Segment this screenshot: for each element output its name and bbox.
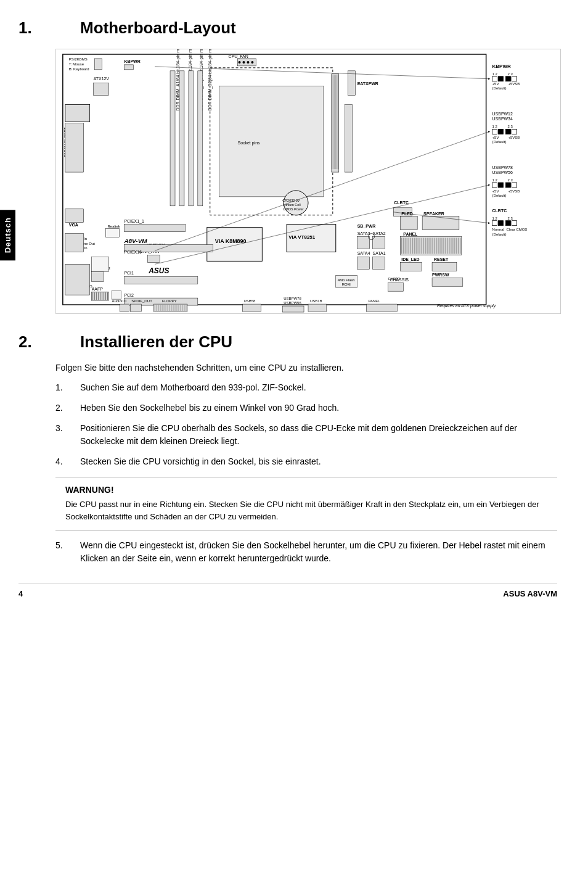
- svg-rect-44: [65, 209, 84, 223]
- svg-rect-40: [65, 105, 90, 122]
- svg-rect-38: [95, 59, 102, 70]
- svg-rect-31: [94, 83, 109, 96]
- steps-list: 1. Suchen Sie auf dem Motherboard den 93…: [55, 381, 557, 468]
- svg-rect-183: [120, 304, 129, 311]
- svg-rect-159: [432, 278, 463, 286]
- svg-text:ASUS: ASUS: [148, 266, 169, 275]
- list-item: 2. Heben Sie den Sockelhebel bis zu eine…: [55, 402, 557, 415]
- svg-rect-48: [147, 255, 160, 262]
- svg-text:1  2: 1 2: [492, 178, 498, 182]
- steps-list-continued: 5. Wenn die CPU eingesteckt ist, drücken…: [55, 539, 557, 565]
- list-item: 1. Suchen Sie auf dem Motherboard den 93…: [55, 381, 557, 394]
- svg-rect-97: [373, 237, 385, 249]
- side-tab-deutsch: Deutsch: [0, 210, 15, 260]
- svg-rect-210: [512, 129, 517, 134]
- svg-text:T: Mouse: T: Mouse: [69, 62, 84, 66]
- svg-rect-153: [422, 217, 459, 230]
- svg-text:AAFP: AAFP: [92, 287, 104, 291]
- warning-title: WARNUNG!: [65, 485, 547, 495]
- svg-rect-9: [170, 71, 175, 206]
- svg-text:DDR DIMM_B2(64 bit,184-pin mod: DDR DIMM_B2(64 bit,184-pin module): [208, 49, 213, 111]
- svg-text:RESET: RESET: [434, 257, 449, 262]
- svg-text:CLRTC: CLRTC: [394, 200, 409, 205]
- svg-rect-181: [130, 304, 141, 311]
- svg-rect-161: [153, 304, 187, 311]
- svg-text:PCIEX16: PCIEX16: [124, 250, 142, 254]
- list-item: 5. Wenn die CPU eingesteckt ist, drücken…: [55, 539, 557, 565]
- svg-text:A8V-VM: A8V-VM: [123, 237, 147, 244]
- svg-text:KBPWR: KBPWR: [124, 59, 140, 64]
- svg-rect-12: [198, 71, 203, 206]
- svg-text:+5VSB: +5VSB: [508, 82, 520, 86]
- svg-rect-46: [92, 271, 104, 281]
- svg-rect-198: [506, 76, 511, 81]
- svg-rect-113: [388, 283, 403, 291]
- svg-text:2  3: 2 3: [507, 125, 513, 128]
- svg-point-27: [239, 61, 241, 64]
- svg-rect-231: [512, 221, 517, 226]
- svg-rect-61: [207, 228, 263, 262]
- svg-rect-71: [124, 276, 197, 284]
- svg-text:CPU_FAN: CPU_FAN: [229, 54, 248, 59]
- svg-text:USBPW56: USBPW56: [284, 301, 301, 305]
- svg-text:USBPW56: USBPW56: [492, 170, 513, 175]
- step-number: 3.: [55, 422, 68, 448]
- step-number: 4.: [55, 455, 68, 468]
- svg-text:+5VSB: +5VSB: [508, 136, 520, 139]
- svg-text:USBPW78: USBPW78: [492, 165, 513, 170]
- svg-text:SATA4: SATA4: [357, 251, 370, 255]
- step-text: Positionieren Sie die CPU oberhalb des S…: [80, 422, 557, 448]
- svg-text:2  3: 2 3: [507, 217, 513, 220]
- svg-rect-220: [506, 183, 511, 188]
- svg-text:Socket pins: Socket pins: [238, 141, 260, 146]
- svg-rect-155: [400, 262, 422, 271]
- svg-rect-88: [112, 291, 121, 299]
- svg-text:PCIEX1_1: PCIEX1_1: [124, 219, 144, 224]
- svg-rect-207: [492, 129, 497, 134]
- svg-rect-3: [219, 86, 324, 197]
- svg-text:CD: CD: [121, 299, 126, 303]
- svg-text:1  2: 1 2: [492, 125, 498, 128]
- svg-rect-185: [242, 304, 261, 311]
- svg-text:SATA3: SATA3: [357, 231, 370, 236]
- svg-text:1  2: 1 2: [492, 72, 498, 76]
- svg-point-28: [242, 61, 245, 64]
- svg-rect-219: [499, 183, 504, 188]
- step-text: Wenn die CPU eingesteckt ist, drücken Si…: [80, 539, 557, 565]
- svg-text:USB1B: USB1B: [310, 299, 322, 303]
- page: Deutsch 1. Motherboard-Layout SOCKET 939…: [0, 0, 588, 617]
- section2: 2. Installieren der CPU Folgen Sie bitte…: [18, 332, 557, 565]
- svg-text:(Default): (Default): [492, 233, 507, 236]
- svg-text:+5V: +5V: [492, 136, 499, 139]
- svg-text:CLRTC: CLRTC: [388, 277, 400, 281]
- warning-text: Die CPU passt nur in eine Richtung ein. …: [65, 498, 547, 522]
- svg-rect-75: [92, 257, 109, 271]
- section1-heading: 1. Motherboard-Layout: [18, 19, 557, 38]
- svg-rect-14: [332, 74, 339, 172]
- svg-rect-22: [345, 105, 353, 172]
- svg-text:ROM: ROM: [342, 283, 351, 286]
- svg-text:+5VSB: +5VSB: [508, 189, 520, 193]
- svg-rect-151: [400, 217, 417, 230]
- svg-text:+5V: +5V: [492, 82, 499, 86]
- svg-rect-196: [492, 76, 497, 81]
- svg-text:PS/2KBMS: PS/2KBMS: [69, 57, 88, 61]
- svg-text:4Mb Flash: 4Mb Flash: [338, 278, 355, 282]
- step-number: 1.: [55, 381, 68, 394]
- svg-text:Lithium Cell: Lithium Cell: [283, 203, 301, 207]
- svg-text:Realtek: Realtek: [108, 225, 120, 228]
- step-text: Heben Sie den Sockelhebel bis zu einem W…: [80, 402, 339, 415]
- svg-rect-23: [348, 71, 356, 96]
- svg-rect-188: [282, 306, 304, 312]
- svg-rect-230: [506, 221, 511, 226]
- svg-rect-34: [124, 65, 133, 70]
- svg-text:VIA K8M890: VIA K8M890: [215, 238, 247, 244]
- svg-text:CR2032 3V: CR2032 3V: [282, 199, 300, 202]
- svg-text:USBPW12: USBPW12: [492, 112, 513, 116]
- list-item: 3. Positionieren Sie die CPU oberhalb de…: [55, 422, 557, 448]
- svg-text:2  3: 2 3: [507, 178, 513, 182]
- svg-text:Clear CMOS: Clear CMOS: [506, 228, 527, 231]
- svg-rect-209: [506, 129, 511, 134]
- section1-number: 1.: [18, 19, 55, 38]
- svg-text:2  3: 2 3: [507, 72, 513, 76]
